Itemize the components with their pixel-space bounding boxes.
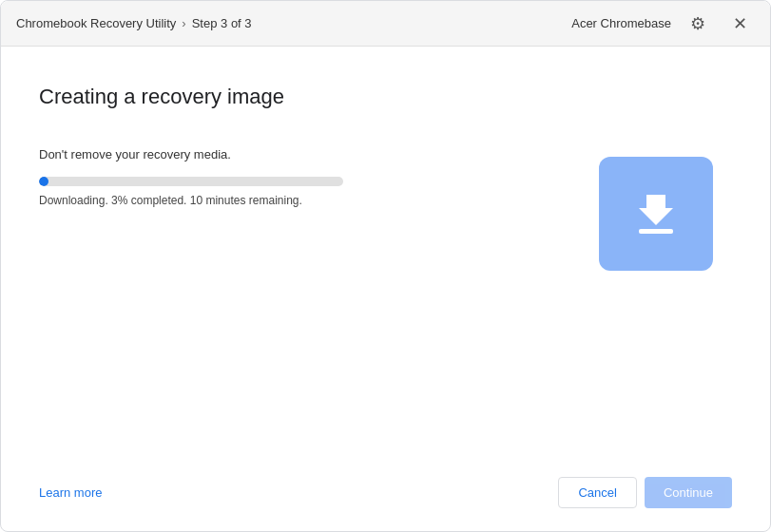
device-name: Acer Chromebase	[571, 16, 671, 30]
download-icon	[626, 183, 686, 244]
progress-bar-container	[39, 177, 343, 186]
gear-icon: ⚙	[690, 13, 705, 34]
left-area: Don't remove your recovery media. Downlo…	[39, 147, 580, 454]
footer-buttons: Cancel Continue	[558, 477, 732, 508]
continue-button[interactable]: Continue	[645, 477, 732, 508]
page-title: Creating a recovery image	[39, 85, 732, 109]
app-window: Chromebook Recovery Utility › Step 3 of …	[0, 0, 771, 532]
titlebar-right: Acer Chromebase ⚙ ✕	[571, 9, 755, 39]
app-name: Chromebook Recovery Utility	[16, 16, 176, 30]
instruction-text: Don't remove your recovery media.	[39, 147, 580, 162]
close-button[interactable]: ✕	[724, 9, 755, 39]
close-icon: ✕	[733, 13, 747, 34]
settings-button[interactable]: ⚙	[683, 9, 713, 39]
breadcrumb: Chromebook Recovery Utility › Step 3 of …	[16, 16, 252, 30]
cancel-button[interactable]: Cancel	[558, 477, 636, 508]
learn-more-link[interactable]: Learn more	[39, 485, 102, 500]
breadcrumb-separator: ›	[182, 16, 185, 30]
step-label: Step 3 of 3	[192, 16, 252, 30]
progress-bar-fill	[39, 177, 48, 186]
main-area: Don't remove your recovery media. Downlo…	[39, 147, 732, 454]
footer: Learn more Cancel Continue	[1, 477, 770, 531]
download-icon-box	[599, 157, 713, 271]
right-area	[580, 147, 732, 454]
titlebar: Chromebook Recovery Utility › Step 3 of …	[1, 1, 770, 47]
progress-text: Downloading. 3% completed. 10 minutes re…	[39, 194, 580, 207]
svg-rect-0	[639, 229, 673, 234]
content-area: Creating a recovery image Don't remove y…	[1, 47, 770, 477]
